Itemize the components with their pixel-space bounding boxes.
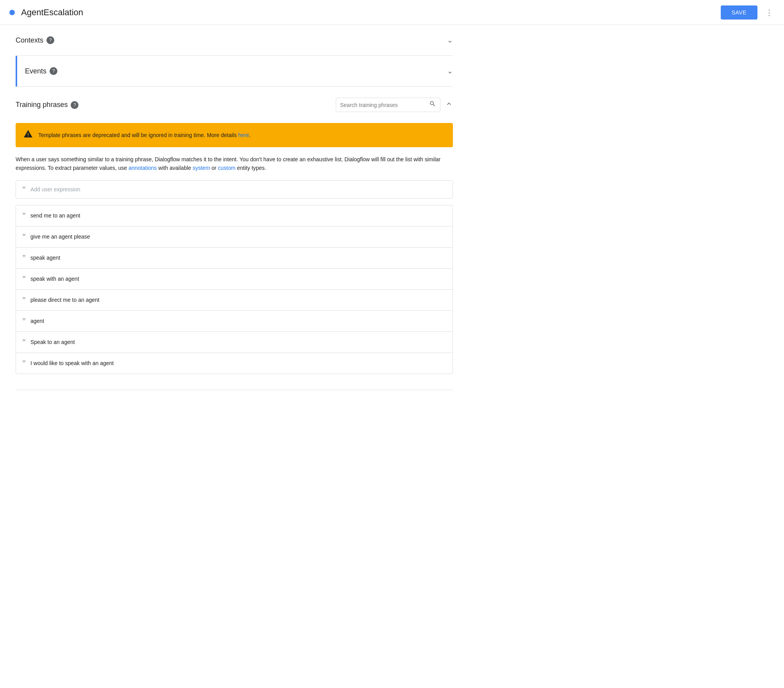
training-body: Template phrases are deprecated and will… (16, 123, 453, 390)
training-header-right (336, 98, 453, 112)
quote-icon: ” (22, 233, 26, 241)
events-help-icon[interactable]: ? (50, 67, 57, 75)
training-chevron-icon[interactable] (445, 100, 453, 110)
events-section: Events ? ⌄ (16, 56, 453, 87)
system-link[interactable]: system (192, 165, 210, 171)
warning-link[interactable]: here (238, 132, 249, 138)
phrase-list: ”send me to an agent”give me an agent pl… (16, 205, 453, 374)
phrase-text: send me to an agent (30, 212, 80, 219)
custom-link[interactable]: custom (218, 165, 235, 171)
add-expression-placeholder: Add user expression (30, 186, 80, 192)
contexts-section: Contexts ? ⌄ (16, 25, 453, 56)
quote-icon: ” (22, 359, 26, 367)
contexts-title: Contexts (16, 36, 43, 45)
phrase-text: I would like to speak with an agent (30, 360, 114, 366)
save-button[interactable]: SAVE (721, 5, 757, 20)
phrase-text: please direct me to an agent (30, 297, 100, 303)
search-box (336, 98, 440, 112)
description-text: When a user says something similar to a … (16, 155, 453, 173)
page-title: AgentEscalation (21, 7, 721, 18)
training-section: Training phrases ? (16, 87, 453, 390)
phrase-text: speak agent (30, 255, 60, 261)
contexts-chevron-icon[interactable]: ⌄ (447, 36, 453, 45)
contexts-title-row: Contexts ? (16, 36, 54, 45)
add-expression-row[interactable]: ” Add user expression (16, 180, 453, 199)
quote-icon: ” (22, 254, 26, 262)
main-content: Contexts ? ⌄ Events ? ⌄ Training phrases… (0, 25, 469, 390)
quote-icon: ” (22, 185, 26, 194)
training-help-icon[interactable]: ? (71, 101, 78, 109)
phrase-row: ”agent (16, 310, 453, 332)
search-input[interactable] (340, 102, 426, 108)
training-header-left: Training phrases ? (16, 101, 78, 109)
warning-banner: Template phrases are deprecated and will… (16, 123, 453, 147)
quote-icon: ” (22, 275, 26, 283)
contexts-help-icon[interactable]: ? (46, 36, 54, 44)
quote-icon: ” (22, 212, 26, 220)
events-title: Events (25, 67, 46, 75)
quote-icon: ” (22, 338, 26, 346)
phrase-row: ”speak agent (16, 247, 453, 268)
search-icon (429, 100, 436, 109)
warning-text: Template phrases are deprecated and will… (38, 131, 251, 139)
phrase-text: speak with an agent (30, 276, 79, 282)
more-vert-icon[interactable]: ⋮ (764, 6, 775, 19)
annotations-link[interactable]: annotations (128, 165, 157, 171)
phrase-text: Speak to an agent (30, 339, 75, 345)
quote-icon: ” (22, 296, 26, 304)
status-dot (9, 10, 15, 15)
phrase-row: ”send me to an agent (16, 205, 453, 226)
phrase-row: ”speak with an agent (16, 268, 453, 289)
phrase-row: ”give me an agent please (16, 226, 453, 247)
quote-icon: ” (22, 317, 26, 325)
training-title: Training phrases (16, 101, 68, 109)
events-title-row: Events ? (25, 67, 57, 75)
phrase-text: agent (30, 318, 44, 324)
header: AgentEscalation SAVE ⋮ (0, 0, 784, 25)
contexts-section-header[interactable]: Contexts ? ⌄ (16, 25, 453, 55)
phrase-row: ”please direct me to an agent (16, 289, 453, 310)
training-section-header: Training phrases ? (16, 87, 453, 123)
phrase-row: ”Speak to an agent (16, 332, 453, 353)
phrase-text: give me an agent please (30, 233, 90, 240)
events-section-header[interactable]: Events ? ⌄ (17, 56, 453, 86)
warning-triangle-icon (23, 129, 33, 141)
phrase-row: ”I would like to speak with an agent (16, 353, 453, 374)
events-chevron-icon[interactable]: ⌄ (447, 67, 453, 75)
